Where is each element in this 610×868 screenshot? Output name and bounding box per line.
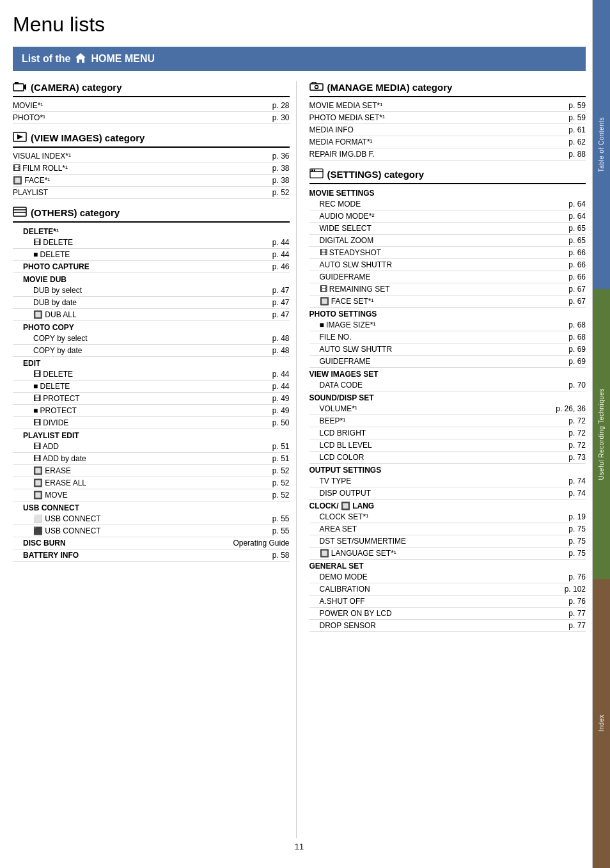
camera-menu-section: MOVIE*¹ p. 28 PHOTO*¹ p. 30 <box>13 100 290 124</box>
menu-row-usb1: ⬜ USB CONNECT p. 55 <box>13 513 290 525</box>
settings-category-header: (SETTINGS) category <box>309 168 586 184</box>
settings-category-label: (SETTINGS) category <box>327 169 425 180</box>
menu-row-photo-capture: PHOTO CAPTURE p. 46 <box>13 261 290 273</box>
menu-row-photo-media-set: PHOTO MEDIA SET*¹ p. 59 <box>309 112 586 124</box>
menu-row-playlist-view: PLAYLIST p. 52 <box>13 187 290 199</box>
svg-rect-9 <box>310 84 323 90</box>
svg-rect-6 <box>13 207 26 216</box>
menu-row-edit-img-protect: ■ PROTECT p. 49 <box>13 405 290 417</box>
general-set-group: GENERAL SET DEMO MODE p. 76 CALIBRATION … <box>309 560 586 632</box>
photo-capture-group: PHOTO CAPTURE p. 46 <box>13 261 290 273</box>
menu-row-repair-img: REPAIR IMG.DB F. p. 88 <box>309 148 586 161</box>
menu-row-film-roll: 🎞 FILM ROLL*¹ p. 38 <box>13 162 290 175</box>
battery-info-group: BATTERY INFO p. 58 <box>13 549 290 562</box>
menu-row-wide-select: WIDE SELECT p. 65 <box>309 223 586 235</box>
movie-settings-group: MOVIE SETTINGS REC MODE p. 64 AUDIO MODE… <box>309 187 586 308</box>
menu-row-beep: BEEP*¹ p. 72 <box>309 415 586 427</box>
playlist-edit-group: PLAYLIST EDIT 🎞 ADD p. 51 🎞 ADD by date … <box>13 429 290 501</box>
camera-icon <box>13 81 27 93</box>
menu-row-lcd-bl-level: LCD BL LEVEL p. 72 <box>309 439 586 452</box>
manage-category-header: (MANAGE MEDIA) category <box>309 81 586 97</box>
manage-icon <box>309 81 324 93</box>
sidebar-tab-toc[interactable]: Table of Contents <box>593 0 610 289</box>
clock-lang-group: CLOCK/ 🔲 LANG CLOCK SET*¹ p. 19 AREA SET… <box>309 500 586 560</box>
svg-marker-5 <box>17 134 23 139</box>
others-category-header: (OTHERS) category <box>13 207 290 223</box>
banner-text: List of the <box>22 53 70 65</box>
svg-rect-3 <box>15 82 19 84</box>
menu-row-tv-type: TV TYPE p. 74 <box>309 475 586 487</box>
menu-row-pl-move: 🔲 MOVE p. 52 <box>13 489 290 501</box>
menu-row-photo: PHOTO*¹ p. 30 <box>13 112 290 124</box>
menu-row-lcd-color: LCD COLOR p. 73 <box>309 452 586 464</box>
others-icon <box>13 207 27 219</box>
menu-row-usb2: ⬛ USB CONNECT p. 55 <box>13 525 290 537</box>
menu-row-battery-info: BATTERY INFO p. 58 <box>13 549 290 562</box>
view-category-header: (VIEW IMAGES) category <box>13 132 290 148</box>
settings-icon <box>309 168 324 180</box>
menu-row-volume: VOLUME*¹ p. 26, 36 <box>309 403 586 415</box>
left-column: (CAMERA) category MOVIE*¹ p. 28 PHOTO*¹ … <box>13 81 297 838</box>
urt-tab-label: Useful Recording Techniques <box>598 388 605 480</box>
menu-row-calibration: CALIBRATION p. 102 <box>309 583 586 596</box>
menu-row-area-set: AREA SET p. 75 <box>309 523 586 535</box>
menu-row-lcd-bright: LCD BRIGHT p. 72 <box>309 427 586 439</box>
manage-category-label: (MANAGE MEDIA) category <box>327 82 453 93</box>
view-icon <box>13 132 27 144</box>
sidebar-tab-index[interactable]: Index <box>593 579 610 868</box>
menu-row-media-format: MEDIA FORMAT*¹ p. 62 <box>309 136 586 148</box>
home-menu-banner: List of the HOME MENU <box>13 47 586 71</box>
menu-row-file-no: FILE NO. p. 68 <box>309 331 586 343</box>
svg-rect-1 <box>13 84 24 91</box>
menu-row-movie-media-set: MOVIE MEDIA SET*¹ p. 59 <box>309 100 586 112</box>
menu-row-film-delete: 🎞 DELETE p. 44 <box>13 237 290 249</box>
menu-row-auto-slw-shuttr-mv: AUTO SLW SHUTTR p. 66 <box>309 259 586 271</box>
menu-row-auto-slw-shuttr-ph: AUTO SLW SHUTTR p. 69 <box>309 343 586 356</box>
right-column: (MANAGE MEDIA) category MOVIE MEDIA SET*… <box>303 81 586 838</box>
menu-row-edit-film-protect: 🎞 PROTECT p. 49 <box>13 393 290 405</box>
menu-row-audio-mode: AUDIO MODE*² p. 64 <box>309 210 586 223</box>
menu-row-language-set: 🔲 LANGUAGE SET*¹ p. 75 <box>309 548 586 560</box>
menu-row-copy-date: COPY by date p. 48 <box>13 345 290 357</box>
page-number: 11 <box>13 838 586 855</box>
view-category-label: (VIEW IMAGES) category <box>31 132 145 143</box>
sidebar-tab-urt[interactable]: Useful Recording Techniques <box>593 289 610 578</box>
others-category-label: (OTHERS) category <box>31 207 120 218</box>
menu-row-guideframe-ph: GUIDEFRAME p. 69 <box>309 356 586 368</box>
index-tab-label: Index <box>598 714 605 732</box>
menu-row-visual-index: VISUAL INDEX*¹ p. 36 <box>13 150 290 162</box>
disc-burn-group: DISC BURN Operating Guide <box>13 537 290 549</box>
usb-connect-group: USB CONNECT ⬜ USB CONNECT p. 55 ⬛ USB CO… <box>13 501 290 537</box>
menu-row-face-view: 🔲 FACE*¹ p. 38 <box>13 175 290 187</box>
banner-icon-label: HOME MENU <box>91 53 155 65</box>
menu-row-drop-sensor: DROP SENSOR p. 77 <box>309 620 586 632</box>
delete-group: DELETE*¹ 🎞 DELETE p. 44 ■ DELETE p. 44 <box>13 225 290 261</box>
menu-row-remaining-set: 🎞 REMAINING SET p. 67 <box>309 283 586 296</box>
edit-group: EDIT 🎞 DELETE p. 44 ■ DELETE p. 44 🎞 PRO… <box>13 357 290 429</box>
menu-row-img-delete: ■ DELETE p. 44 <box>13 249 290 261</box>
svg-point-10 <box>315 86 318 89</box>
menu-row-power-on-lcd: POWER ON BY LCD p. 77 <box>309 608 586 620</box>
menu-row-dub-select: DUB by select p. 47 <box>13 285 290 297</box>
movie-dub-group: MOVIE DUB DUB by select p. 47 DUB by dat… <box>13 273 290 321</box>
menu-row-disp-output: DISP OUTPUT p. 74 <box>309 487 586 500</box>
menu-row-ashut-off: A.SHUT OFF p. 76 <box>309 596 586 608</box>
menu-row-clock-set: CLOCK SET*¹ p. 19 <box>309 511 586 523</box>
menu-row-dub-all: 🔲 DUB ALL p. 47 <box>13 309 290 321</box>
menu-row-edit-img-delete: ■ DELETE p. 44 <box>13 381 290 393</box>
view-menu-section: VISUAL INDEX*¹ p. 36 🎞 FILM ROLL*¹ p. 38… <box>13 150 290 199</box>
photo-copy-group: PHOTO COPY COPY by select p. 48 COPY by … <box>13 321 290 357</box>
menu-row-digital-zoom: DIGITAL ZOOM p. 65 <box>309 235 586 247</box>
page-title: Menu lists <box>13 13 586 36</box>
menu-row-dub-date: DUB by date p. 47 <box>13 297 290 309</box>
svg-rect-14 <box>314 170 315 171</box>
menu-row-copy-select: COPY by select p. 48 <box>13 333 290 345</box>
menu-row-face-set: 🔲 FACE SET*¹ p. 67 <box>309 296 586 308</box>
home-icon <box>74 52 87 66</box>
menu-row-pl-erase-all: 🔲 ERASE ALL p. 52 <box>13 477 290 489</box>
menu-row-dst-set: DST SET/SUMMERTIME p. 75 <box>309 535 586 548</box>
menu-row-pl-erase: 🔲 ERASE p. 52 <box>13 465 290 477</box>
svg-marker-0 <box>75 53 86 63</box>
camera-category-header: (CAMERA) category <box>13 81 290 97</box>
menu-row-guideframe-mv: GUIDEFRAME p. 66 <box>309 271 586 283</box>
